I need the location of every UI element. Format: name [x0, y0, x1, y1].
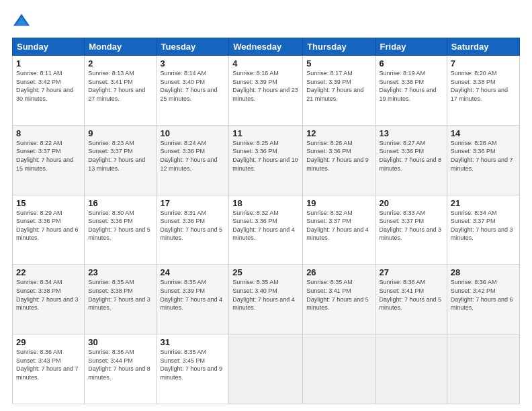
day-info: Sunrise: 8:29 AMSunset: 3:36 PMDaylight:…: [16, 209, 81, 242]
calendar-cell: 14Sunrise: 8:28 AMSunset: 3:36 PMDayligh…: [447, 125, 519, 195]
calendar-cell: 1Sunrise: 8:11 AMSunset: 3:42 PMDaylight…: [13, 56, 85, 126]
weekday-header-monday: Monday: [85, 38, 157, 56]
day-number: 10: [161, 128, 226, 138]
day-info: Sunrise: 8:35 AMSunset: 3:38 PMDaylight:…: [88, 278, 152, 312]
day-number: 16: [88, 198, 152, 208]
calendar-cell: [375, 334, 447, 404]
calendar-cell: 13Sunrise: 8:27 AMSunset: 3:36 PMDayligh…: [375, 125, 447, 195]
weekday-header-saturday: Saturday: [447, 38, 519, 56]
day-info: Sunrise: 8:36 AMSunset: 3:44 PMDaylight:…: [88, 348, 152, 381]
calendar-cell: 9Sunrise: 8:23 AMSunset: 3:37 PMDaylight…: [85, 125, 157, 195]
calendar-cell: 12Sunrise: 8:26 AMSunset: 3:36 PMDayligh…: [303, 125, 375, 195]
calendar-cell: 23Sunrise: 8:35 AMSunset: 3:38 PMDayligh…: [85, 265, 157, 334]
day-info: Sunrise: 8:14 AMSunset: 3:40 PMDaylight:…: [161, 69, 226, 103]
calendar-table: SundayMondayTuesdayWednesdayThursdayFrid…: [12, 38, 520, 404]
logo: [12, 12, 34, 31]
calendar-cell: 11Sunrise: 8:25 AMSunset: 3:36 PMDayligh…: [229, 125, 303, 195]
day-info: Sunrise: 8:24 AMSunset: 3:36 PMDaylight:…: [161, 139, 226, 173]
weekday-header-tuesday: Tuesday: [157, 38, 229, 56]
day-number: 6: [380, 58, 443, 68]
day-info: Sunrise: 8:36 AMSunset: 3:42 PMDaylight:…: [451, 278, 516, 312]
calendar-cell: [447, 334, 519, 404]
day-info: Sunrise: 8:33 AMSunset: 3:37 PMDaylight:…: [380, 209, 443, 242]
weekday-header-thursday: Thursday: [303, 38, 375, 56]
calendar-cell: 25Sunrise: 8:35 AMSunset: 3:40 PMDayligh…: [229, 265, 303, 334]
page: SundayMondayTuesdayWednesdayThursdayFrid…: [0, 0, 532, 411]
day-info: Sunrise: 8:28 AMSunset: 3:36 PMDaylight:…: [451, 139, 516, 173]
calendar-cell: 10Sunrise: 8:24 AMSunset: 3:36 PMDayligh…: [157, 125, 229, 195]
weekday-header-friday: Friday: [375, 38, 447, 56]
calendar-cell: 20Sunrise: 8:33 AMSunset: 3:37 PMDayligh…: [375, 195, 447, 265]
calendar-cell: 30Sunrise: 8:36 AMSunset: 3:44 PMDayligh…: [85, 334, 157, 404]
day-number: 19: [306, 198, 371, 208]
day-number: 28: [451, 267, 516, 277]
top-section: [12, 12, 520, 31]
calendar-cell: 18Sunrise: 8:32 AMSunset: 3:36 PMDayligh…: [229, 195, 303, 265]
weekday-header-sunday: Sunday: [13, 38, 85, 56]
day-number: 29: [16, 337, 81, 347]
calendar-cell: 22Sunrise: 8:34 AMSunset: 3:38 PMDayligh…: [13, 265, 85, 334]
day-number: 22: [16, 267, 81, 277]
calendar-cell: 21Sunrise: 8:34 AMSunset: 3:37 PMDayligh…: [447, 195, 519, 265]
day-info: Sunrise: 8:35 AMSunset: 3:40 PMDaylight:…: [232, 278, 299, 312]
day-info: Sunrise: 8:17 AMSunset: 3:39 PMDaylight:…: [306, 69, 371, 103]
day-number: 20: [380, 198, 443, 208]
day-number: 26: [306, 267, 371, 277]
day-number: 27: [380, 267, 443, 277]
day-number: 14: [451, 128, 516, 138]
day-number: 5: [306, 58, 371, 68]
day-number: 30: [88, 337, 152, 347]
day-info: Sunrise: 8:34 AMSunset: 3:37 PMDaylight:…: [451, 209, 516, 242]
calendar-cell: 27Sunrise: 8:36 AMSunset: 3:41 PMDayligh…: [375, 265, 447, 334]
day-info: Sunrise: 8:19 AMSunset: 3:38 PMDaylight:…: [380, 69, 443, 103]
calendar-cell: 24Sunrise: 8:35 AMSunset: 3:39 PMDayligh…: [157, 265, 229, 334]
day-info: Sunrise: 8:27 AMSunset: 3:36 PMDaylight:…: [380, 139, 443, 173]
day-number: 18: [232, 198, 299, 208]
day-number: 3: [161, 58, 226, 68]
day-info: Sunrise: 8:36 AMSunset: 3:41 PMDaylight:…: [380, 278, 443, 312]
day-number: 31: [161, 337, 226, 347]
day-info: Sunrise: 8:26 AMSunset: 3:36 PMDaylight:…: [306, 139, 371, 173]
day-info: Sunrise: 8:32 AMSunset: 3:37 PMDaylight:…: [306, 209, 371, 242]
day-info: Sunrise: 8:11 AMSunset: 3:42 PMDaylight:…: [16, 69, 81, 103]
day-number: 17: [161, 198, 226, 208]
calendar-cell: 6Sunrise: 8:19 AMSunset: 3:38 PMDaylight…: [375, 56, 447, 126]
calendar-cell: 2Sunrise: 8:13 AMSunset: 3:41 PMDaylight…: [85, 56, 157, 126]
day-number: 4: [232, 58, 299, 68]
calendar-cell: [229, 334, 303, 404]
day-number: 23: [88, 267, 152, 277]
calendar-cell: 19Sunrise: 8:32 AMSunset: 3:37 PMDayligh…: [303, 195, 375, 265]
day-info: Sunrise: 8:35 AMSunset: 3:45 PMDaylight:…: [161, 348, 226, 381]
logo-icon: [12, 12, 31, 31]
day-info: Sunrise: 8:30 AMSunset: 3:36 PMDaylight:…: [88, 209, 152, 242]
day-number: 11: [232, 128, 299, 138]
day-info: Sunrise: 8:31 AMSunset: 3:36 PMDaylight:…: [161, 209, 226, 242]
day-info: Sunrise: 8:22 AMSunset: 3:37 PMDaylight:…: [16, 139, 81, 173]
day-info: Sunrise: 8:13 AMSunset: 3:41 PMDaylight:…: [88, 69, 152, 103]
calendar-cell: 16Sunrise: 8:30 AMSunset: 3:36 PMDayligh…: [85, 195, 157, 265]
day-number: 7: [451, 58, 516, 68]
calendar-cell: 29Sunrise: 8:36 AMSunset: 3:43 PMDayligh…: [13, 334, 85, 404]
day-number: 8: [16, 128, 81, 138]
day-number: 24: [161, 267, 226, 277]
calendar-cell: [303, 334, 375, 404]
calendar-cell: 28Sunrise: 8:36 AMSunset: 3:42 PMDayligh…: [447, 265, 519, 334]
calendar-cell: 17Sunrise: 8:31 AMSunset: 3:36 PMDayligh…: [157, 195, 229, 265]
day-info: Sunrise: 8:23 AMSunset: 3:37 PMDaylight:…: [88, 139, 152, 173]
day-number: 1: [16, 58, 81, 68]
day-number: 2: [88, 58, 152, 68]
day-info: Sunrise: 8:34 AMSunset: 3:38 PMDaylight:…: [16, 278, 81, 312]
calendar-cell: 3Sunrise: 8:14 AMSunset: 3:40 PMDaylight…: [157, 56, 229, 126]
day-info: Sunrise: 8:35 AMSunset: 3:39 PMDaylight:…: [161, 278, 226, 312]
day-info: Sunrise: 8:35 AMSunset: 3:41 PMDaylight:…: [306, 278, 371, 312]
weekday-header-wednesday: Wednesday: [229, 38, 303, 56]
calendar-cell: 7Sunrise: 8:20 AMSunset: 3:38 PMDaylight…: [447, 56, 519, 126]
day-number: 25: [232, 267, 299, 277]
day-number: 13: [380, 128, 443, 138]
day-info: Sunrise: 8:36 AMSunset: 3:43 PMDaylight:…: [16, 348, 81, 381]
day-number: 12: [306, 128, 371, 138]
day-info: Sunrise: 8:32 AMSunset: 3:36 PMDaylight:…: [232, 209, 299, 242]
calendar-cell: 26Sunrise: 8:35 AMSunset: 3:41 PMDayligh…: [303, 265, 375, 334]
day-number: 21: [451, 198, 516, 208]
day-info: Sunrise: 8:20 AMSunset: 3:38 PMDaylight:…: [451, 69, 516, 103]
